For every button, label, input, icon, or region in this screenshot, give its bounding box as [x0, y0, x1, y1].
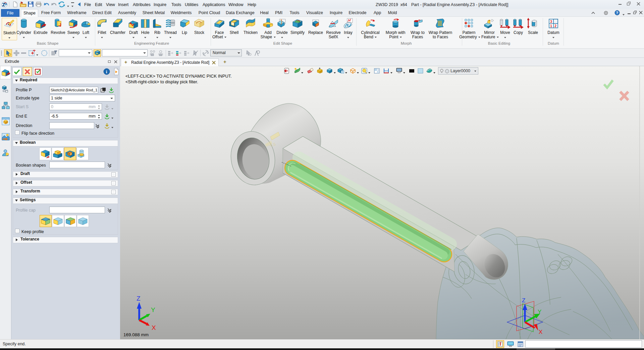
svg-text:2: 2 [554, 24, 556, 28]
svg-text:Y: Y [538, 309, 541, 315]
svg-text:Z: Z [522, 297, 525, 304]
svg-text:E: E [347, 23, 349, 27]
svg-text:X: X [152, 324, 156, 331]
svg-text:3: 3 [550, 19, 552, 24]
svg-text:i: i [106, 69, 107, 74]
svg-text:X: X [539, 329, 542, 335]
svg-text:Z: Z [137, 296, 141, 302]
svg-text:1: 1 [550, 24, 552, 28]
svg-text:Y: Y [151, 306, 155, 313]
svg-text:?: ? [616, 11, 619, 15]
